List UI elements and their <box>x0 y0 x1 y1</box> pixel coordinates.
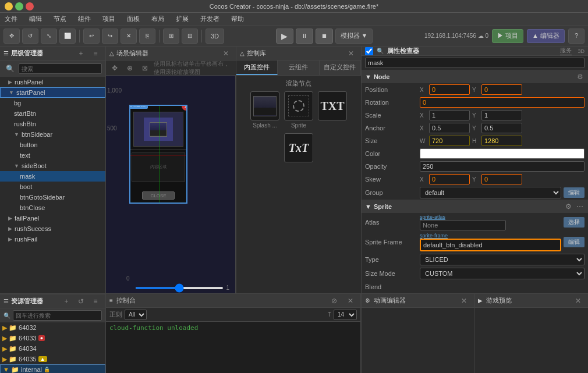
hierarchy-menu-btn[interactable]: ≡ <box>89 47 102 60</box>
asset-64035[interactable]: ▶ 📁 64035 ▲ <box>0 354 105 364</box>
atlas-link[interactable]: sprite-atlas <box>420 214 561 220</box>
render-txt-italic[interactable]: TxT TxT <box>284 133 313 170</box>
menu-component[interactable]: 组件 <box>76 13 93 24</box>
tab-builtin[interactable]: 内置控件 <box>236 61 278 75</box>
scene-close-btn[interactable]: ✕ <box>219 47 232 60</box>
tree-item-button[interactable]: button <box>0 140 105 150</box>
asset-internal[interactable]: ▼ 📁 internal 🔒 <box>0 364 105 373</box>
anim-close-btn[interactable]: ✕ <box>458 294 470 307</box>
tree-item-startbtn[interactable]: startBtn <box>0 108 105 119</box>
menu-panel[interactable]: 面板 <box>125 13 142 24</box>
minimize-btn[interactable] <box>5 2 13 10</box>
toolbar-play-btn[interactable]: ▶ <box>276 29 293 44</box>
scene-zoom-slider[interactable] <box>135 287 224 289</box>
close-btn[interactable] <box>26 2 34 10</box>
toolbar-snap-btn[interactable]: ⊞ <box>163 29 179 44</box>
maximize-btn[interactable] <box>15 2 23 10</box>
console-clear-btn[interactable]: ⊘ <box>328 294 341 307</box>
console-close-btn[interactable]: ✕ <box>344 294 357 307</box>
anchor-y-input[interactable] <box>481 123 522 133</box>
skew-x-input[interactable] <box>429 174 470 184</box>
sprite-more-btn[interactable]: ⋯ <box>575 201 585 212</box>
sprite-frame-container[interactable]: default_btn_disabled <box>420 239 561 251</box>
sprite-section-header[interactable]: ▼ Sprite ⚙ ⋯ <box>362 200 588 213</box>
hierarchy-search-toggle[interactable]: 🔍 <box>3 62 16 75</box>
group-select[interactable]: default <box>420 187 561 198</box>
tree-item-failpanel[interactable]: ▶ failPanel <box>0 213 105 223</box>
render-txt[interactable]: TXT TXT <box>318 91 347 129</box>
menu-dev[interactable]: 开发者 <box>198 13 222 24</box>
toolbar-copy-btn[interactable]: ⎘ <box>139 29 155 44</box>
toolbar-stop-btn[interactable]: ⏹ <box>316 29 333 44</box>
tree-item-sideboot[interactable]: ▼ sideBoot <box>0 161 105 171</box>
tree-item-text[interactable]: text <box>0 150 105 161</box>
tree-item-rushsuccess[interactable]: ▶ rushSuccess <box>0 223 105 234</box>
size-h-input[interactable] <box>481 136 522 146</box>
toolbar-redo-btn[interactable]: ↪ <box>102 29 118 44</box>
render-splash[interactable]: Splash ... <box>250 91 279 129</box>
tab-cloud[interactable]: 云组件 <box>278 61 319 75</box>
menu-help[interactable]: 帮助 <box>229 13 246 24</box>
help-btn[interactable]: ? <box>568 29 585 44</box>
group-edit-btn[interactable]: 编辑 <box>564 187 585 198</box>
project-btn[interactable]: ▶ 项目 <box>492 29 523 43</box>
asset-64033[interactable]: ▶ 📁 64033 ● <box>0 333 105 343</box>
console-level-select[interactable]: All <box>125 310 147 320</box>
sprite-frame-edit-btn[interactable]: 编辑 <box>564 237 585 247</box>
toolbar-move-btn[interactable]: ✥ <box>3 29 20 44</box>
skew-y-input[interactable] <box>481 174 522 184</box>
menu-file[interactable]: 文件 <box>2 13 20 24</box>
node-gear-btn[interactable]: ⚙ <box>576 72 585 82</box>
menu-project[interactable]: 项目 <box>100 13 118 24</box>
toolbar-3d-btn[interactable]: 3D <box>206 29 224 44</box>
hierarchy-add-btn[interactable]: + <box>75 47 87 60</box>
toolbar-grid-btn[interactable]: ⊟ <box>182 29 198 44</box>
node-section-header[interactable]: ▼ Node ⚙ <box>362 70 588 83</box>
menu-edit[interactable]: 编辑 <box>27 13 44 24</box>
toolbar-rotate-btn[interactable]: ↺ <box>22 29 38 44</box>
editor-btn[interactable]: ▲ 编辑器 <box>527 29 565 43</box>
simulator-dropdown[interactable]: 模拟器 ▼ <box>335 29 373 44</box>
scene-zoom-btn[interactable]: ⊕ <box>123 62 136 74</box>
assets-refresh-btn[interactable]: ↺ <box>75 295 87 308</box>
node-enabled-checkbox[interactable] <box>365 47 373 55</box>
opacity-input[interactable] <box>420 161 585 172</box>
toolbar-undo-btn[interactable]: ↩ <box>83 29 100 44</box>
assets-menu-btn[interactable]: ≡ <box>89 295 102 308</box>
atlas-input[interactable] <box>420 220 506 230</box>
asset-64034[interactable]: ▶ 📁 64034 <box>0 343 105 354</box>
scale-x-input[interactable] <box>429 110 470 120</box>
toolbar-scale-btn[interactable]: ⤡ <box>41 29 57 44</box>
anchor-x-input[interactable] <box>429 123 470 133</box>
tree-item-rushpanel[interactable]: ▶ rushPanel <box>0 77 105 87</box>
size-w-input[interactable] <box>429 136 470 146</box>
menu-extend[interactable]: 扩展 <box>173 13 191 24</box>
toolbar-pause-btn[interactable]: ⏸ <box>296 29 313 44</box>
atlas-select-btn[interactable]: 选择 <box>564 217 585 228</box>
menu-node[interactable]: 节点 <box>51 13 69 24</box>
type-select[interactable]: SLICED <box>420 254 585 265</box>
preview-close-btn[interactable]: ✕ <box>572 294 585 307</box>
position-x-input[interactable] <box>429 84 470 95</box>
scene-canvas[interactable]: 1,000 500 0 侧边栏 ✕ <box>106 76 236 293</box>
tab-custom[interactable]: 自定义控件 <box>320 61 361 75</box>
menu-layout[interactable]: 布局 <box>149 13 167 24</box>
controller-close-btn[interactable]: ✕ <box>345 47 357 60</box>
toolbar-delete-btn[interactable]: ✕ <box>121 29 137 44</box>
tree-item-bg[interactable]: bg <box>0 98 105 108</box>
tree-item-startpanel[interactable]: ▼ startPanel <box>0 87 105 98</box>
color-picker[interactable] <box>420 148 585 159</box>
size-mode-select[interactable]: CUSTOM <box>420 268 585 279</box>
render-sprite[interactable]: Sprite <box>284 91 313 129</box>
tree-item-mask[interactable]: mask <box>0 171 105 182</box>
position-y-input[interactable] <box>481 84 522 95</box>
tree-item-boot[interactable]: boot <box>0 182 105 192</box>
tree-item-rushfail[interactable]: ▶ rushFail <box>0 234 105 244</box>
scene-move-btn[interactable]: ✥ <box>108 62 121 74</box>
services-tab[interactable]: 服务 <box>560 47 572 55</box>
asset-64032[interactable]: ▶ 📁 64032 <box>0 322 105 333</box>
sprite-frame-link[interactable]: sprite-frame <box>420 233 561 239</box>
rotation-input[interactable] <box>420 97 585 108</box>
tree-item-btngotosidebar[interactable]: btnGotoSidebar <box>0 192 105 203</box>
hierarchy-search-input[interactable] <box>19 63 102 74</box>
